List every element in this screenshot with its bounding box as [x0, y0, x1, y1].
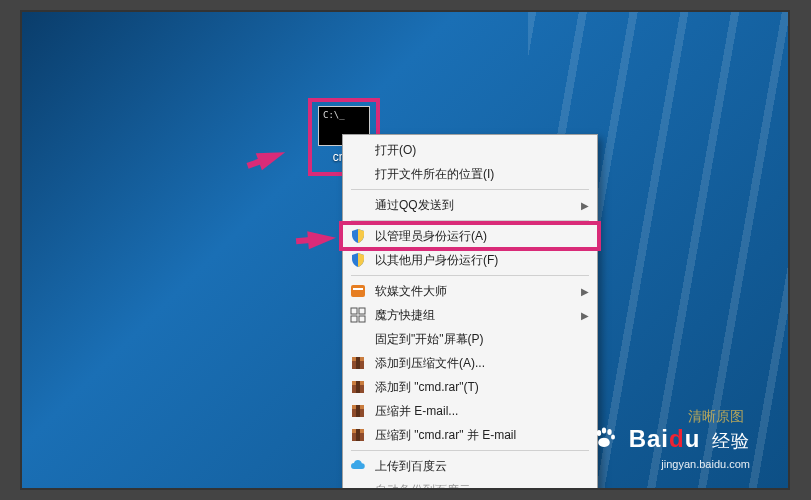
grid-icon [349, 306, 367, 324]
rar-icon [349, 354, 367, 372]
menu-rar-email[interactable]: 压缩并 E-mail... [343, 399, 597, 423]
menu-pin-start[interactable]: 固定到"开始"屏幕(P) [343, 327, 597, 351]
blank-icon [349, 330, 367, 348]
svg-rect-4 [351, 316, 357, 322]
menu-separator [351, 220, 589, 221]
svg-point-18 [597, 430, 601, 436]
blank-icon [349, 141, 367, 159]
svg-rect-1 [353, 288, 363, 290]
menu-mofang[interactable]: 魔方快捷组 ▶ [343, 303, 597, 327]
desktop-area[interactable]: C:\_ cmd 打开(O) 打开文件所在的位置(I) 通过QQ发送到 ▶ 以管 [20, 10, 790, 490]
brand-en: Baidu [629, 425, 701, 452]
menu-send-qq[interactable]: 通过QQ发送到 ▶ [343, 193, 597, 217]
paw-icon [593, 426, 617, 456]
menu-rar-cmd-email[interactable]: 压缩到 "cmd.rar" 并 E-mail [343, 423, 597, 447]
svg-rect-17 [356, 429, 360, 441]
menu-open-location[interactable]: 打开文件所在的位置(I) [343, 162, 597, 186]
shield-icon [349, 251, 367, 269]
annotation-arrow-icon [256, 144, 288, 170]
rar-icon [349, 378, 367, 396]
menu-separator [351, 275, 589, 276]
cmd-prompt-text: C:\_ [323, 110, 345, 120]
svg-rect-2 [351, 308, 357, 314]
menu-separator [351, 189, 589, 190]
rar-icon [349, 402, 367, 420]
menu-run-as-admin[interactable]: 以管理员身份运行(A) [343, 224, 597, 248]
app-icon [349, 282, 367, 300]
svg-rect-11 [356, 381, 360, 393]
svg-point-19 [602, 428, 606, 434]
brand-cn: 经验 [712, 431, 750, 451]
submenu-arrow-icon: ▶ [581, 286, 589, 297]
blank-icon [349, 481, 367, 490]
svg-point-21 [611, 434, 615, 439]
menu-auto-backup: 自动备份到百度云 [343, 478, 597, 490]
svg-rect-3 [359, 308, 365, 314]
menu-add-rar-a[interactable]: 添加到压缩文件(A)... [343, 351, 597, 375]
svg-rect-14 [356, 405, 360, 417]
blank-icon [349, 165, 367, 183]
menu-add-rar-t[interactable]: 添加到 "cmd.rar"(T) [343, 375, 597, 399]
cloud-icon [349, 457, 367, 475]
watermark: Baidu 经验 jingyan.baidu.com [593, 425, 750, 470]
rar-icon [349, 426, 367, 444]
watermark-url: jingyan.baidu.com [593, 458, 750, 470]
shield-icon [349, 227, 367, 245]
context-menu: 打开(O) 打开文件所在的位置(I) 通过QQ发送到 ▶ 以管理员身份运行(A)… [342, 134, 598, 490]
menu-run-as-user[interactable]: 以其他用户身份运行(F) [343, 248, 597, 272]
menu-upload-baidu[interactable]: 上传到百度云 [343, 454, 597, 478]
menu-open[interactable]: 打开(O) [343, 138, 597, 162]
svg-point-20 [607, 429, 611, 435]
watermark-brand: Baidu 经验 [593, 425, 750, 456]
submenu-arrow-icon: ▶ [581, 310, 589, 321]
svg-rect-0 [351, 285, 365, 297]
blank-icon [349, 196, 367, 214]
svg-rect-5 [359, 316, 365, 322]
corner-note: 清晰原图 [688, 408, 744, 426]
menu-soft-master[interactable]: 软媒文件大师 ▶ [343, 279, 597, 303]
annotation-arrow-menu [307, 229, 336, 249]
submenu-arrow-icon: ▶ [581, 200, 589, 211]
menu-separator [351, 450, 589, 451]
svg-rect-8 [356, 357, 360, 369]
